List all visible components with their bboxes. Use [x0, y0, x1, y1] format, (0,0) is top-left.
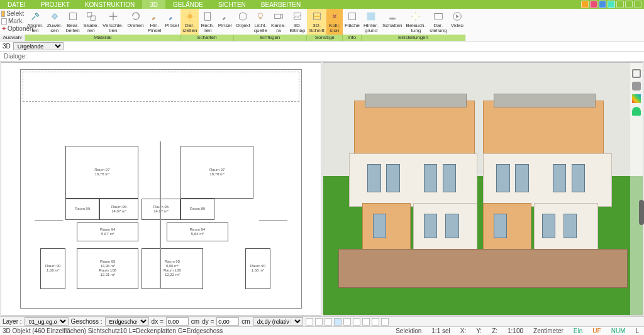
ribbon-einst-4[interactable]: Video: [449, 9, 465, 35]
cut-icon: [311, 10, 323, 23]
ribbon-material-4[interactable]: Verschie- ben: [101, 9, 125, 35]
group-schatten: Schatten: [180, 35, 233, 41]
dy-input[interactable]: [216, 317, 239, 326]
ribbon-einfuegen-1[interactable]: Licht- quelle: [252, 9, 269, 35]
ribbon-einst-0[interactable]: Hinter- grund: [362, 9, 380, 35]
bic-reload[interactable]: [381, 318, 389, 326]
mark-btn[interactable]: Mark.: [1, 18, 24, 25]
menu-3d[interactable]: 3D: [142, 0, 165, 9]
ribbon-sonstige-0[interactable]: 3D- Schnitt: [307, 9, 326, 35]
ribbon-sonstige-1[interactable]: Kolli- sion: [326, 9, 343, 35]
optionen-btn[interactable]: ✦Optionen: [1, 25, 24, 32]
bg-icon: [365, 10, 377, 23]
auswahl-col: Selekt Mark. ✦Optionen: [0, 9, 25, 35]
room: Raum 90 1,60 m²: [245, 248, 270, 288]
content: Raum 97 18,78 m²Raum 97 18,78 m²Raum 96 …: [0, 62, 644, 316]
svg-point-5: [258, 13, 263, 18]
ribbon-einst-1[interactable]: Schatten: [380, 9, 404, 35]
brush3-icon: [219, 10, 231, 23]
bic-print[interactable]: [315, 318, 323, 326]
ribbon-material-3[interactable]: Skalie- ren: [82, 9, 101, 35]
close-icon[interactable]: [634, 1, 641, 8]
room: Raum 97 18,78 m²: [180, 146, 253, 198]
scale-icon: [85, 10, 97, 23]
rotate-icon: [130, 10, 142, 23]
layers-icon[interactable]: [632, 69, 641, 78]
bic-grid2[interactable]: [372, 318, 379, 326]
ribbon-einst-3[interactable]: Dar- stellung: [428, 9, 449, 35]
svg-rect-10: [367, 13, 375, 21]
help-icon[interactable]: [608, 1, 615, 8]
geschoss-label: Geschoss :: [71, 318, 103, 325]
svg-rect-7: [294, 13, 301, 20]
room: Raum 94 5,67 m²: [77, 222, 138, 241]
menu-konstruktion[interactable]: KONSTRUKTION: [77, 0, 142, 9]
group-sonstige: Sonstige: [307, 35, 342, 41]
ri-1[interactable]: [581, 1, 589, 8]
menu-datei[interactable]: DATEI: [0, 0, 33, 9]
svg-rect-4: [205, 13, 211, 21]
svg-rect-9: [349, 13, 356, 20]
area-icon: [346, 10, 358, 23]
menu-projekt[interactable]: PROJEKT: [33, 0, 77, 9]
ribbon-schatten-0[interactable]: Dar- stellen: [180, 9, 199, 35]
svg-rect-2: [91, 16, 95, 20]
dy-label: dy =: [202, 318, 214, 325]
ribbon: Selekt Mark. ✦Optionen Auswahl Abgrei- f…: [0, 9, 644, 41]
disp-icon: [432, 10, 445, 23]
room: Raum 95 14,96 m² Raum 108 12,21 m²: [77, 248, 138, 288]
cam-icon: [272, 10, 285, 23]
ri-2[interactable]: [590, 1, 597, 8]
ribbon-schatten-2[interactable]: Pinsel: [216, 9, 234, 35]
ribbon-einfuegen-2[interactable]: Kame- ra: [269, 9, 288, 35]
chair-icon[interactable]: [632, 82, 641, 91]
menu-sichten[interactable]: SICHTEN: [211, 0, 253, 9]
ribbon-einst-2[interactable]: Beleuch- tung: [404, 9, 428, 35]
rel-select[interactable]: dx,dy (relativ ka: [253, 317, 303, 326]
bic-grid[interactable]: [325, 318, 332, 326]
ribbon-einfuegen-3[interactable]: 3D- Bitmap: [288, 9, 308, 35]
tree-icon[interactable]: [632, 107, 641, 116]
menu-bearbeiten[interactable]: BEARBEITEN: [253, 0, 308, 9]
floorplan: Raum 97 18,78 m²Raum 97 18,78 m²Raum 96 …: [20, 69, 302, 309]
bucket-icon: [48, 10, 61, 23]
bic-zoom[interactable]: [306, 318, 313, 326]
bottom-toolbar: Layer : 01_ug.eg.oç Geschoss : Erdgescho…: [0, 316, 644, 326]
room: Raum 96 14,07 m²: [99, 199, 138, 220]
dx-input[interactable]: [166, 317, 189, 326]
ri-3[interactable]: [599, 1, 606, 8]
palette-icon[interactable]: [632, 94, 641, 103]
ribbon-material-6[interactable]: Hin. Pinsel: [146, 9, 164, 35]
ribbon-einfuegen-0[interactable]: Objekt: [234, 9, 252, 35]
ribbon-material-0[interactable]: Abgrei- fen: [25, 9, 45, 35]
bic-link[interactable]: [353, 318, 360, 326]
ribbon-info-0[interactable]: Fläche: [343, 9, 362, 35]
ribbon-material-1[interactable]: Zuwei- sen: [45, 9, 64, 35]
view-select[interactable]: Urgelände: [13, 42, 64, 50]
move-icon: [107, 10, 119, 23]
bulb-icon: [254, 10, 267, 23]
svg-rect-13: [435, 14, 443, 19]
min-icon[interactable]: [616, 1, 624, 8]
group-einfuegen: Einfügen: [234, 35, 308, 41]
bic-walk[interactable]: [334, 318, 341, 326]
selekt-btn[interactable]: Selekt: [1, 10, 24, 17]
ribbon-schatten-1[interactable]: Rech- nen: [199, 9, 216, 35]
menu-gelaende[interactable]: GELÄNDE: [165, 0, 211, 9]
ribbon-material-7[interactable]: Pinsel: [163, 9, 180, 35]
pane-2d-floorplan[interactable]: Raum 97 18,78 m²Raum 97 18,78 m²Raum 96 …: [1, 62, 321, 316]
bic-eye[interactable]: [343, 318, 351, 326]
status-left: 3D Objekt (460 Einzelflächen) Sichtschut…: [3, 327, 223, 334]
view-sidebar: [630, 63, 643, 315]
geschoss-select[interactable]: Erdgeschos: [105, 317, 149, 326]
layer-label: Layer :: [3, 318, 22, 325]
status-l: L: [633, 327, 641, 334]
ribbon-material-5[interactable]: Drehen: [125, 9, 145, 35]
bic-dots[interactable]: [362, 318, 370, 326]
pane-3d-view[interactable]: [323, 62, 643, 316]
max-icon[interactable]: [625, 1, 633, 8]
scrollbar-thumb[interactable]: [639, 200, 644, 225]
layer-select[interactable]: 01_ug.eg.oç: [25, 317, 69, 326]
status-unit: Zentimeter: [531, 327, 566, 334]
ribbon-material-2[interactable]: Bear- beiten: [64, 9, 82, 35]
